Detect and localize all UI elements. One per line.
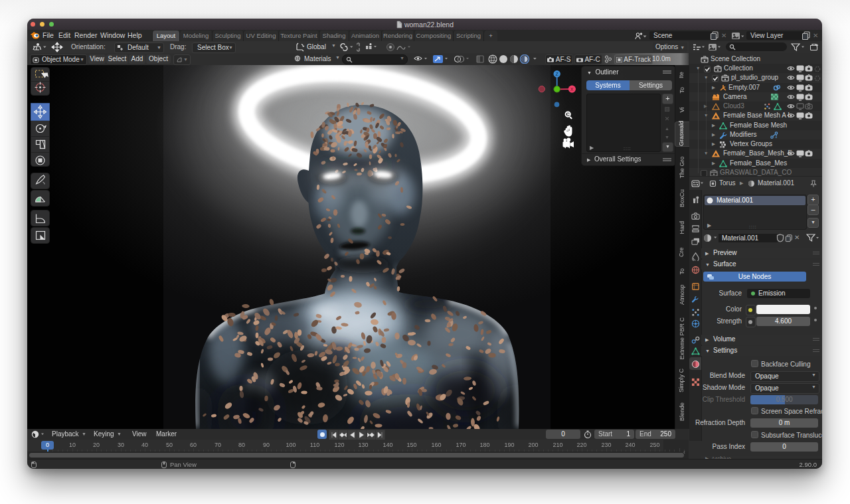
svg-text:X: X: [570, 87, 574, 92]
svg-text:Z: Z: [556, 72, 559, 76]
